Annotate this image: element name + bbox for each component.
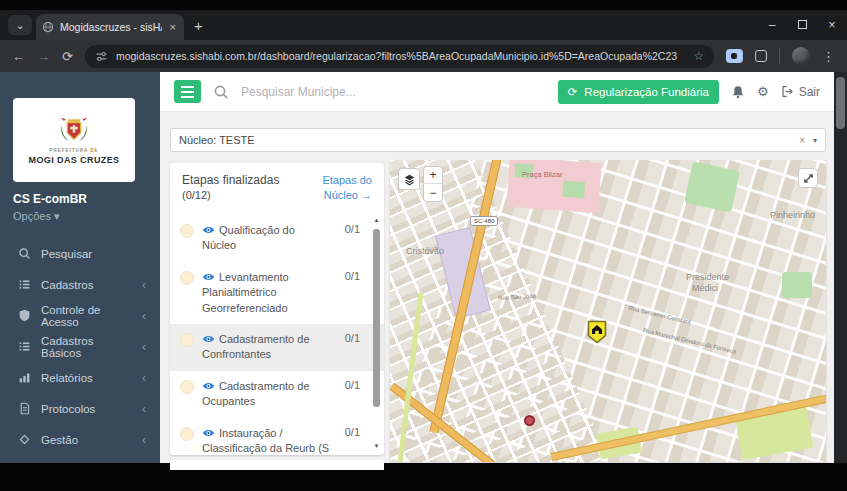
page-scrollbar[interactable] <box>834 72 847 463</box>
maximize-button[interactable] <box>787 18 817 32</box>
bell-icon[interactable] <box>731 85 745 99</box>
minimize-button[interactable]: – <box>757 18 787 32</box>
etapa-count: 0/1 <box>340 332 360 344</box>
eye-icon[interactable] <box>202 428 215 438</box>
map-district-label: Pinheirinho <box>770 210 815 220</box>
sidebar-item-relatorios[interactable]: Relatórios ‹ <box>0 362 160 393</box>
map-zoom-control: + − <box>423 166 443 202</box>
bookmark-star-icon[interactable]: ☆ <box>693 49 704 63</box>
map-plaza-label: Praça Bilzar <box>522 170 562 179</box>
sidebar-item-label: Cadastros <box>41 279 132 291</box>
house-marker[interactable] <box>587 320 607 344</box>
options-dropdown[interactable]: Opções ▾ <box>13 210 60 223</box>
hamburger-menu-button[interactable] <box>174 80 201 103</box>
app-header: ⟳ Regularização Fundiária ⚙ Sair <box>160 72 834 112</box>
chevron-down-icon[interactable]: ▾ <box>813 136 817 145</box>
etapa-row[interactable]: Instauração / Classificação da Reurb (S … <box>170 418 384 455</box>
logout-icon <box>781 85 794 98</box>
list-icon <box>18 278 31 291</box>
tab-search-button[interactable]: ⌄ <box>8 15 32 35</box>
nucleo-filter-select[interactable]: Núcleo: TESTE × ▾ <box>170 128 826 152</box>
page-scrollbar-thumb[interactable] <box>836 77 845 129</box>
etapa-label: Qualificação do Núcleo <box>202 224 295 251</box>
chevron-left-icon: ‹ <box>142 340 146 354</box>
address-bar[interactable]: mogidascruzes.sishabi.com.br/dashboard/r… <box>85 45 714 68</box>
nucleo-filter-value: Núcleo: TESTE <box>179 134 799 146</box>
chevron-left-icon: ‹ <box>142 278 146 292</box>
map[interactable]: SC-480 Cristóvão Pinheirinho Presidente … <box>390 160 826 462</box>
file-icon <box>18 402 31 415</box>
tab-close-icon[interactable]: × <box>168 21 178 33</box>
poi-marker[interactable] <box>524 415 535 426</box>
org-logo-card: PREFEITURA DE MOGI DAS CRUZES <box>13 98 135 182</box>
eye-icon[interactable] <box>202 381 215 391</box>
regularizacao-fundiaria-button[interactable]: ⟳ Regularização Fundiária <box>558 80 719 104</box>
browser-menu-icon[interactable]: ⋮ <box>822 49 835 64</box>
list-scrollbar-thumb[interactable] <box>373 229 380 407</box>
zoom-out-button[interactable]: − <box>424 184 442 201</box>
clear-filter-icon[interactable]: × <box>799 135 805 146</box>
sidebar: PREFEITURA DE MOGI DAS CRUZES CS E-comBR… <box>0 72 160 463</box>
tab-title: Mogidascruzes - sisHABI - Sist <box>60 21 162 33</box>
status-circle-icon <box>180 271 194 285</box>
close-window-button[interactable]: × <box>817 18 847 32</box>
extensions-icon[interactable] <box>755 50 767 62</box>
map-district-label: Cristóvão <box>406 246 444 256</box>
globe-favicon-icon <box>42 21 54 33</box>
site-settings-icon[interactable] <box>95 50 108 63</box>
eye-icon[interactable] <box>202 272 215 282</box>
new-tab-button[interactable]: + <box>194 17 203 34</box>
coat-of-arms-icon <box>57 116 91 146</box>
back-button[interactable]: ← <box>12 49 25 64</box>
status-circle-icon <box>180 380 194 394</box>
forward-button[interactable]: → <box>37 49 50 64</box>
sidebar-item-cadastros-basicos[interactable]: Cadastros Básicos ‹ <box>0 331 160 362</box>
road-shield-label: SC-480 <box>470 216 498 226</box>
scroll-down-icon[interactable]: ▼ <box>373 443 380 449</box>
etapas-do-nucleo-link[interactable]: Etapas do Núcleo → <box>322 173 372 203</box>
browser-tab[interactable]: Mogidascruzes - sisHABI - Sist × <box>36 14 184 40</box>
sidebar-item-label: Gestão <box>41 434 132 446</box>
gear-icon[interactable]: ⚙ <box>757 84 769 99</box>
sidebar-item-cadastros[interactable]: Cadastros ‹ <box>0 269 160 300</box>
reload-button[interactable]: ⟳ <box>62 49 73 64</box>
map-district-label: Presidente <box>686 272 729 282</box>
media-control-icon[interactable] <box>726 49 743 63</box>
layers-icon <box>403 173 416 186</box>
etapa-row[interactable]: Levantamento Planialtimétrico Georrefere… <box>170 262 384 324</box>
sidebar-item-controle-de-acesso[interactable]: Controle de Acesso ‹ <box>0 300 160 331</box>
eye-icon[interactable] <box>202 334 215 344</box>
etapa-row[interactable]: Cadastramento de Ocupantes 0/1 <box>170 371 384 418</box>
bar-chart-icon <box>18 371 31 384</box>
map-layers-button[interactable] <box>398 168 420 190</box>
etapas-panel-header: Etapas finalizadas (0/12) Etapas do Núcl… <box>170 163 384 209</box>
list-scrollbar[interactable]: ▲ ▼ <box>372 217 381 449</box>
profile-avatar[interactable] <box>792 47 810 65</box>
url-text[interactable]: mogidascruzes.sishabi.com.br/dashboard/r… <box>116 50 685 62</box>
chevron-left-icon: ‹ <box>142 309 146 323</box>
status-circle-icon <box>180 427 194 441</box>
etapa-label: Levantamento Planialtimétrico Georrefere… <box>202 271 289 314</box>
window-controls: – × <box>757 10 847 40</box>
search-municipe-input[interactable] <box>241 85 546 99</box>
sidebar-item-protocolos[interactable]: Protocolos ‹ <box>0 393 160 424</box>
map-expand-button[interactable] <box>798 168 818 188</box>
etapa-row[interactable]: Qualificação do Núcleo 0/1 <box>170 215 384 262</box>
status-circle-icon <box>180 333 194 347</box>
sidebar-item-label: Relatórios <box>41 372 132 384</box>
scroll-up-icon[interactable]: ▲ <box>373 217 380 223</box>
zoom-in-button[interactable]: + <box>424 167 442 184</box>
etapa-row-highlighted[interactable]: Cadastramento de Confrontantes 0/1 <box>170 324 384 371</box>
status-circle-icon <box>180 224 194 238</box>
sidebar-item-gestao[interactable]: Gestão ‹ <box>0 424 160 455</box>
map-plaza-area <box>506 160 601 213</box>
refresh-icon: ⟳ <box>568 85 578 99</box>
shield-icon <box>18 309 31 322</box>
tab-strip: ⌄ Mogidascruzes - sisHABI - Sist × + – × <box>0 10 847 40</box>
sidebar-item-pesquisar[interactable]: Pesquisar <box>0 238 160 269</box>
chevron-left-icon: ‹ <box>142 433 146 447</box>
sidebar-item-label: Cadastros Básicos <box>41 335 132 359</box>
logout-button[interactable]: Sair <box>781 85 820 99</box>
eye-icon[interactable] <box>202 225 215 235</box>
sidebar-item-label: Protocolos <box>41 403 132 415</box>
